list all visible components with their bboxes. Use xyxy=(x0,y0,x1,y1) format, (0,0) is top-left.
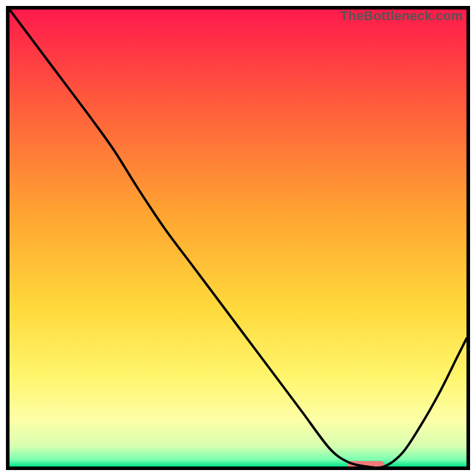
heat-gradient-background xyxy=(10,10,466,466)
plot-border: TheBottleneck.com xyxy=(6,6,470,470)
plot-canvas xyxy=(10,10,466,466)
watermark-text: TheBottleneck.com xyxy=(340,8,463,24)
chart-frame: TheBottleneck.com xyxy=(0,0,476,476)
